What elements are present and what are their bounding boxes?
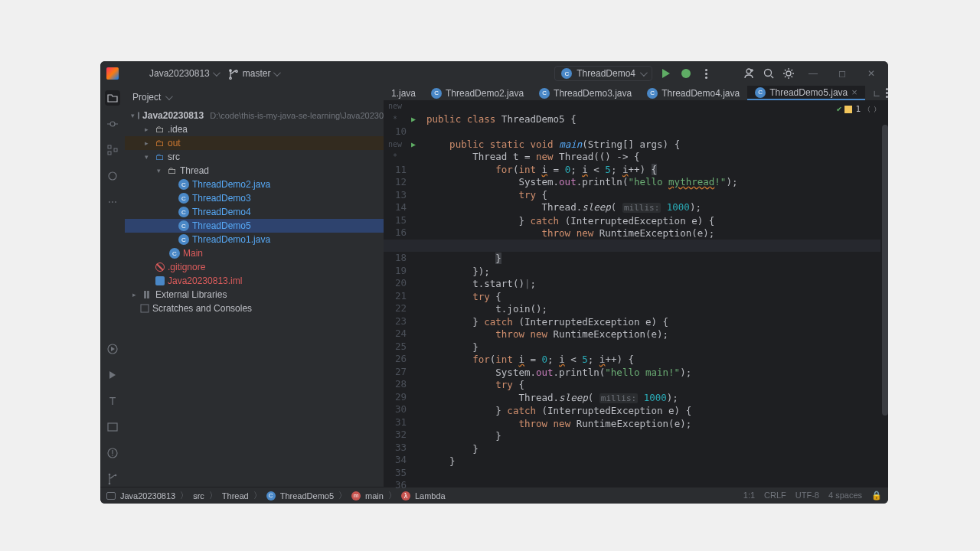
problems-tool-button[interactable] xyxy=(105,419,120,435)
app-logo-icon xyxy=(106,67,119,80)
class-icon: C xyxy=(755,87,766,98)
crumb[interactable]: main xyxy=(365,491,384,500)
chevron-down-icon xyxy=(213,68,218,79)
left-tool-strip: ⋯ T xyxy=(100,86,125,487)
tab-dropdown-icon[interactable] xyxy=(870,87,881,99)
crumb[interactable]: Java20230813 xyxy=(120,491,175,500)
run-config-dropdown[interactable]: C ThreadDemo4 xyxy=(554,66,652,81)
tree-file[interactable]: C ThreadDemo1.java xyxy=(125,233,384,246)
tree-external-libs[interactable]: ▸ External Libraries xyxy=(125,288,384,302)
tree-folder-idea[interactable]: ▸🗀 .idea xyxy=(125,122,384,136)
run-line-icon[interactable]: ▶ xyxy=(411,113,422,126)
run-line-icon[interactable]: ▶ xyxy=(411,139,422,152)
class-icon: C xyxy=(561,68,572,79)
tree-folder-thread[interactable]: ▾🗀 Thread xyxy=(125,164,384,178)
line-separator[interactable]: CRLF xyxy=(764,491,786,500)
warning-icon xyxy=(844,106,852,113)
settings-icon[interactable] xyxy=(782,67,795,80)
structure-tool-button[interactable] xyxy=(105,142,120,158)
svg-line-2 xyxy=(771,76,773,78)
editor-scrollbar[interactable] xyxy=(882,125,888,416)
tab[interactable]: CThreadDemo3.java xyxy=(531,86,639,100)
warn-tool-button[interactable] xyxy=(105,445,120,461)
module-icon xyxy=(138,112,139,119)
run-tool-button[interactable] xyxy=(105,367,120,383)
branch-icon xyxy=(227,67,240,80)
tree-file[interactable]: C ThreadDemo3 xyxy=(125,191,384,205)
crumb[interactable]: ThreadDemo5 xyxy=(280,491,334,500)
tree-folder-out[interactable]: ▸🗀 out xyxy=(125,136,384,150)
project-dropdown[interactable]: Java20230813 xyxy=(149,68,218,79)
crumb[interactable]: Lambda xyxy=(415,491,446,500)
close-button[interactable]: ✕ xyxy=(861,64,882,83)
svg-point-4 xyxy=(110,122,115,126)
class-icon: C xyxy=(266,491,276,500)
tree-file[interactable]: C Main xyxy=(125,246,384,260)
crumb[interactable]: Thread xyxy=(222,491,249,500)
tree-folder-src[interactable]: ▾🗀 src xyxy=(125,150,384,164)
inspections-widget[interactable]: ✔ 1 〈〉 xyxy=(837,103,880,116)
src-folder-icon: 🗀 xyxy=(155,152,165,162)
tree-root[interactable]: ▾ Java20230813D:\code\this-is-my-java-se… xyxy=(125,109,384,122)
vcs-tool-button[interactable] xyxy=(105,471,120,487)
svg-rect-7 xyxy=(108,145,111,148)
maximize-button[interactable]: ◻ xyxy=(831,64,853,83)
class-icon: C xyxy=(169,248,180,259)
tree-gitignore[interactable]: .gitignore xyxy=(125,260,384,274)
tab-more-icon[interactable] xyxy=(886,88,888,98)
project-sidebar: Project ▾ Java20230813D:\code\this-is-my… xyxy=(125,86,384,487)
bug-icon xyxy=(681,69,691,78)
class-icon: C xyxy=(178,179,189,190)
sidebar-title: Project xyxy=(132,92,161,103)
tab[interactable]: CThreadDemo4.java xyxy=(639,86,747,100)
cursor-pos[interactable]: 1:1 xyxy=(743,491,755,500)
readonly-lock-icon[interactable]: 🔒 xyxy=(871,491,882,500)
class-icon: C xyxy=(178,220,189,231)
chevron-down-icon xyxy=(165,92,171,103)
tree-file-selected[interactable]: C ThreadDemo5 xyxy=(125,219,384,233)
build-tool-button[interactable] xyxy=(105,341,120,357)
file-encoding[interactable]: UTF-8 xyxy=(795,491,819,500)
commit-tool-button[interactable] xyxy=(105,116,120,132)
tree-iml[interactable]: Java20230813.iml xyxy=(125,274,384,288)
crumb[interactable]: src xyxy=(193,491,204,500)
package-icon: 🗀 xyxy=(168,165,177,176)
tree-file[interactable]: C ThreadDemo2.java xyxy=(125,178,384,191)
svg-point-18 xyxy=(115,474,117,477)
tab-active[interactable]: CThreadDemo5.java× xyxy=(747,86,865,100)
svg-point-1 xyxy=(765,70,772,77)
debug-button[interactable] xyxy=(680,67,692,80)
tab[interactable]: CThreadDemo2.java xyxy=(423,86,531,100)
terminal-tool-button[interactable]: T xyxy=(105,393,120,409)
search-icon[interactable] xyxy=(763,67,775,80)
gitignore-icon xyxy=(155,262,165,272)
main-menu-icon[interactable] xyxy=(128,67,140,80)
branch-name: master xyxy=(243,68,271,79)
code-with-me-icon[interactable] xyxy=(743,67,755,80)
scratch-icon xyxy=(140,304,149,313)
svg-rect-21 xyxy=(141,305,149,312)
code-editor[interactable]: ✔ 1 〈〉 new * 10 new * 111213141516171819… xyxy=(384,100,888,492)
folder-icon: 🗀 xyxy=(155,124,165,135)
lambda-icon: λ xyxy=(401,491,410,500)
chevron-down-icon xyxy=(273,68,279,79)
tab[interactable]: 1.java xyxy=(384,86,423,100)
sidebar-header[interactable]: Project xyxy=(125,86,384,109)
svg-point-16 xyxy=(109,474,111,476)
run-button[interactable] xyxy=(660,67,672,80)
svg-rect-19 xyxy=(144,291,146,298)
play-icon xyxy=(662,69,670,78)
project-tool-button[interactable] xyxy=(105,90,120,106)
svg-rect-12 xyxy=(108,423,117,431)
svg-point-3 xyxy=(786,71,791,76)
tree-file[interactable]: C ThreadDemo4 xyxy=(125,205,384,219)
close-tab-icon[interactable]: × xyxy=(851,86,858,98)
minimize-button[interactable]: — xyxy=(802,64,824,83)
more-actions-button[interactable] xyxy=(700,67,712,80)
tree-scratches[interactable]: Scratches and Consoles xyxy=(125,302,384,315)
vcs-branch-dropdown[interactable]: master xyxy=(227,67,279,80)
services-tool-button[interactable] xyxy=(105,168,120,184)
more-tools-button[interactable]: ⋯ xyxy=(105,194,120,210)
code-content[interactable]: public class ThreadDemo5 { public static… xyxy=(422,100,888,492)
indent-setting[interactable]: 4 spaces xyxy=(828,491,862,500)
